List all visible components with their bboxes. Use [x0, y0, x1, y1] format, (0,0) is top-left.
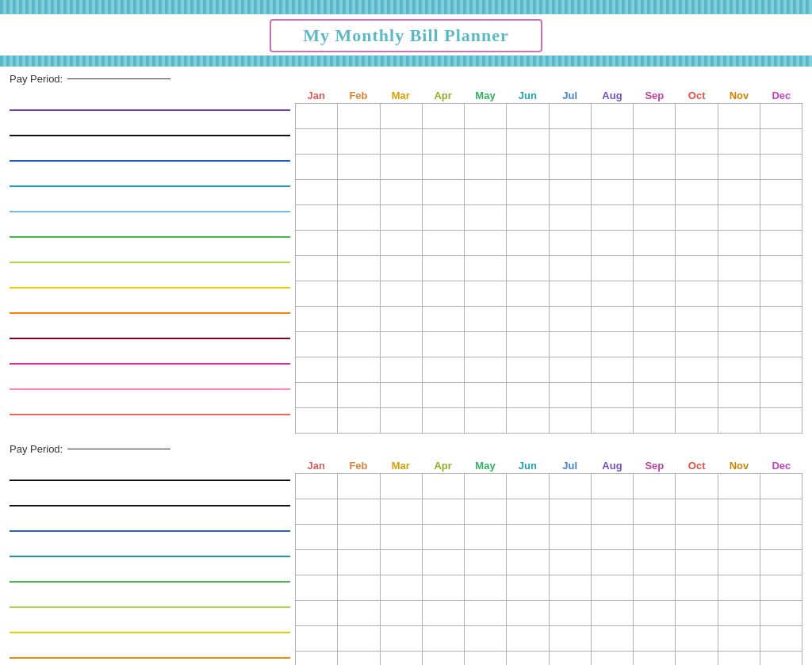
grid-col-1: JanFebMarAprMayJunJulAugSepOctNovDec [295, 88, 802, 434]
table-row [296, 155, 802, 180]
section-1: Pay Period: JanFebMarAprMayJunJulAugSepO… [0, 67, 812, 437]
grid-cell [296, 129, 338, 155]
grid-cell [380, 525, 422, 550]
table-row [296, 281, 802, 307]
grid-cell [591, 281, 633, 307]
month-header-apr: Apr [422, 458, 464, 473]
grid-cell [591, 499, 633, 525]
grid-cell [380, 180, 422, 205]
grid-cell [465, 601, 507, 626]
grid-cell [507, 231, 549, 256]
month-header-nov: Nov [718, 88, 760, 103]
month-header-oct: Oct [676, 458, 718, 473]
grid-cell [760, 499, 802, 525]
grid-cell [760, 332, 802, 357]
grid-cell [634, 575, 676, 601]
grid-cell [676, 383, 718, 408]
grid-cell [676, 155, 718, 180]
grid-cell [634, 332, 676, 357]
grid-cell [676, 357, 718, 383]
grid-cell [676, 652, 718, 666]
grid-cell [380, 104, 422, 129]
colored-line [10, 160, 290, 162]
grid-cell [676, 499, 718, 525]
grid-cell [338, 383, 380, 408]
grid-cell [760, 256, 802, 281]
grid-cell [676, 525, 718, 550]
grid-cell [549, 652, 591, 666]
grid-cell [718, 383, 760, 408]
grid-cell [465, 550, 507, 575]
grid-cell [718, 332, 760, 357]
line-item [10, 316, 290, 342]
grid-cell [634, 525, 676, 550]
grid-cell [549, 601, 591, 626]
grid-cell [718, 575, 760, 601]
grid-cell [338, 256, 380, 281]
grid-cell [591, 180, 633, 205]
grid-cell [634, 474, 676, 499]
table-row [296, 205, 802, 231]
grid-cell [507, 474, 549, 499]
grid-cell [465, 307, 507, 332]
month-header-jun: Jun [507, 458, 549, 473]
grid-cell [422, 575, 464, 601]
month-header-sep: Sep [634, 458, 676, 473]
bottom-banner [0, 55, 812, 67]
title-box: My Monthly Bill Planner [270, 19, 542, 52]
table-row [296, 357, 802, 383]
page-title: My Monthly Bill Planner [303, 25, 509, 45]
grid-cell [380, 550, 422, 575]
grid-cell [465, 652, 507, 666]
line-item [10, 458, 290, 483]
grid-cell [465, 626, 507, 652]
grid-cell [591, 231, 633, 256]
grid-cell [634, 307, 676, 332]
grid-cell [422, 155, 464, 180]
grid-cell [465, 575, 507, 601]
grid-cell [465, 499, 507, 525]
top-banner [0, 0, 812, 14]
grid-cell [465, 332, 507, 357]
line-item [10, 636, 290, 661]
colored-line [10, 287, 290, 289]
grid-cell [296, 499, 338, 525]
grid-cell [507, 104, 549, 129]
grid-cell [760, 652, 802, 666]
grid-cell [634, 652, 676, 666]
grid-col-2: JanFebMarAprMayJunJulAugSepOctNovDec [295, 458, 802, 665]
table-row [296, 180, 802, 205]
colored-line [10, 185, 290, 187]
section-2: Pay Period: JanFebMarAprMayJunJulAugSepO… [0, 437, 812, 665]
grid-cell [718, 155, 760, 180]
grid-table-2 [295, 473, 802, 665]
grid-cell [676, 180, 718, 205]
line-item [10, 215, 290, 240]
grid-cell [634, 550, 676, 575]
grid-cell [634, 408, 676, 434]
colored-line [10, 262, 290, 263]
grid-cell [718, 357, 760, 383]
line-item [10, 392, 290, 418]
line-item [10, 483, 290, 509]
grid-cell [507, 383, 549, 408]
grid-cell [338, 155, 380, 180]
grid-cell [591, 307, 633, 332]
grid-cell [634, 357, 676, 383]
pay-period-line-2 [67, 449, 170, 449]
grid-cell [422, 231, 464, 256]
pay-period-label-1: Pay Period: [10, 73, 63, 85]
grid-cell [549, 155, 591, 180]
pay-period-line-1 [67, 78, 170, 79]
grid-cell [718, 256, 760, 281]
grid-cell [507, 307, 549, 332]
grid-cell [338, 550, 380, 575]
grid-cell [676, 408, 718, 434]
month-header-oct: Oct [676, 88, 718, 103]
month-headers-1: JanFebMarAprMayJunJulAugSepOctNovDec [295, 88, 802, 103]
grid-cell [296, 525, 338, 550]
grid-cell [760, 383, 802, 408]
grid-cell [591, 575, 633, 601]
grid-cell [760, 474, 802, 499]
grid-cell [338, 575, 380, 601]
